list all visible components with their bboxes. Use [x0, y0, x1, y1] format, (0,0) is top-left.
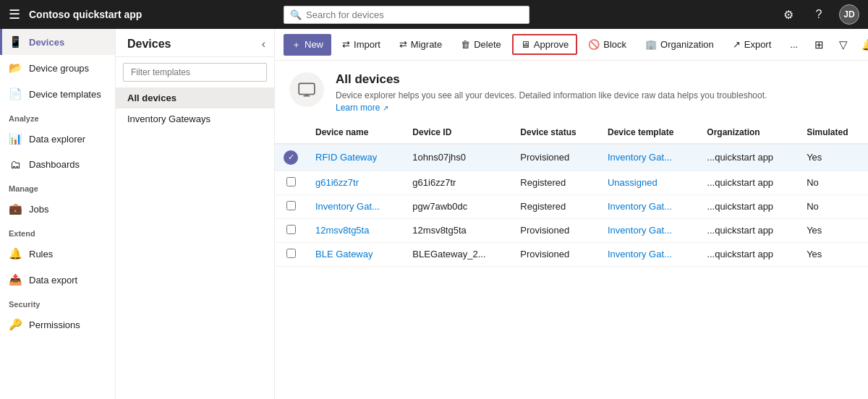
row-device-template[interactable]: Inventory Gat... [599, 218, 698, 242]
device-template-link[interactable]: Inventory Gat... [608, 152, 672, 163]
table-body: ✓RFID Gateway1ohns07jhs0ProvisionedInven… [275, 144, 868, 267]
sidebar-item-device-templates[interactable]: 📄 Device templates [0, 81, 115, 107]
row-check-cell[interactable] [275, 194, 307, 218]
nav-inventory-gateways[interactable]: Inventory Gateways [116, 108, 274, 129]
import-button[interactable]: ⇄ Import [334, 35, 388, 54]
row-device-id: g61i6zz7tr [404, 171, 511, 194]
filter-icon[interactable]: ▽ [833, 35, 854, 55]
row-device-name[interactable]: 12msv8tg5ta [307, 218, 404, 242]
table-row[interactable]: Inventory Gat...pgw7awb0dcRegisteredInve… [275, 194, 868, 218]
device-templates-icon: 📄 [9, 87, 22, 100]
main-layout: 📱 Devices 📂 Device groups 📄 Device templ… [0, 29, 868, 399]
import-icon: ⇄ [342, 39, 350, 50]
col-device-status: Device status [511, 121, 599, 144]
sidebar: 📱 Devices 📂 Device groups 📄 Device templ… [0, 29, 116, 399]
row-device-template[interactable]: Inventory Gat... [599, 144, 698, 171]
row-checkbox[interactable] [286, 177, 296, 186]
row-check-cell[interactable] [275, 171, 307, 194]
search-input[interactable] [306, 9, 523, 20]
sidebar-item-data-export[interactable]: 📤 Data export [0, 267, 115, 293]
new-icon: ＋ [292, 38, 301, 51]
devices-icon: 📱 [9, 35, 22, 48]
table-row[interactable]: 12msv8tg5ta12msv8tg5taProvisionedInvento… [275, 218, 868, 242]
all-devices-header: All devices Device explorer helps you se… [275, 61, 868, 121]
section-extend: Extend [0, 222, 115, 241]
sidebar-item-dashboards[interactable]: 🗂 Dashboards [0, 152, 115, 177]
table-row[interactable]: g61i6zz7trg61i6zz7trRegisteredUnassigned… [275, 171, 868, 194]
sidebar-item-permissions[interactable]: 🔑 Permissions [0, 312, 115, 338]
row-device-template[interactable]: Inventory Gat... [599, 242, 698, 266]
row-device-name[interactable]: RFID Gateway [307, 144, 404, 171]
row-checkbox[interactable] [286, 225, 296, 234]
approve-button[interactable]: 🖥 Approve [512, 34, 577, 55]
import-label: Import [354, 39, 380, 50]
col-device-id: Device ID [404, 121, 511, 144]
col-simulated: Simulated [798, 121, 868, 144]
sidebar-item-rules[interactable]: 🔔 Rules [0, 241, 115, 267]
row-check-cell[interactable] [275, 242, 307, 266]
row-check-cell[interactable] [275, 218, 307, 242]
sidebar-item-device-groups[interactable]: 📂 Device groups [0, 55, 115, 81]
block-button[interactable]: 🚫 Block [580, 35, 634, 54]
sidebar-item-data-explorer[interactable]: 📊 Data explorer [0, 126, 115, 152]
row-organization: ...quickstart app [698, 218, 798, 242]
rules-icon: 🔔 [9, 247, 22, 260]
row-checkbox[interactable] [286, 201, 296, 210]
row-check-cell[interactable]: ✓ [275, 144, 307, 171]
toolbar: ＋ New ⇄ Import ⇄ Migrate 🗑 Delete 🖥 Appr… [275, 29, 868, 61]
collapse-button[interactable]: ‹ [262, 38, 265, 51]
devices-hero-icon [289, 72, 324, 107]
help-icon[interactable]: ? [809, 4, 829, 25]
organization-button[interactable]: 🏢 Organization [637, 35, 722, 54]
migrate-button[interactable]: ⇄ Migrate [391, 35, 450, 54]
avatar[interactable]: JD [839, 4, 859, 25]
export-label: Export [744, 39, 772, 50]
nav-all-devices[interactable]: All devices [116, 87, 274, 108]
sidebar-item-jobs[interactable]: 💼 Jobs [0, 196, 115, 222]
notification-icon[interactable]: 🔔 [858, 35, 868, 55]
delete-button[interactable]: 🗑 Delete [453, 35, 509, 54]
table-row[interactable]: ✓RFID Gateway1ohns07jhs0ProvisionedInven… [275, 144, 868, 171]
row-device-template[interactable]: Inventory Gat... [599, 194, 698, 218]
device-template-link[interactable]: Unassigned [608, 177, 658, 188]
middle-title: Devices [127, 38, 171, 51]
row-device-template[interactable]: Unassigned [599, 171, 698, 194]
settings-icon[interactable]: ⚙ [778, 4, 799, 25]
middle-panel: Devices ‹ All devices Inventory Gateways [116, 29, 275, 399]
hamburger-icon[interactable]: ☰ [9, 7, 20, 22]
device-groups-icon: 📂 [9, 61, 22, 74]
device-template-link[interactable]: Inventory Gat... [608, 201, 672, 212]
export-button[interactable]: ↗ Export [725, 35, 780, 54]
device-template-link[interactable]: Inventory Gat... [608, 225, 672, 236]
layout-icon[interactable]: ⊞ [809, 35, 829, 55]
new-button[interactable]: ＋ New [284, 34, 331, 56]
row-device-name[interactable]: g61i6zz7tr [307, 171, 404, 194]
more-button[interactable]: ... [782, 35, 806, 54]
device-name-link[interactable]: BLE Gateway [315, 249, 373, 259]
row-device-status: Provisioned [511, 242, 599, 266]
section-analyze: Analyze [0, 107, 115, 126]
table-header: Device name Device ID Device status Devi… [275, 121, 868, 144]
row-simulated: Yes [798, 218, 868, 242]
check-circle: ✓ [284, 150, 298, 165]
device-name-link[interactable]: Inventory Gat... [315, 201, 380, 212]
device-name-link[interactable]: 12msv8tg5ta [315, 225, 369, 236]
table-row[interactable]: BLE GatewayBLEGateway_2...ProvisionedInv… [275, 242, 868, 266]
device-name-link[interactable]: RFID Gateway [315, 152, 377, 163]
sidebar-item-devices[interactable]: 📱 Devices [0, 29, 115, 55]
sidebar-label-devices: Devices [29, 37, 64, 48]
device-template-link[interactable]: Inventory Gat... [608, 249, 672, 259]
filter-templates-input[interactable] [123, 63, 267, 82]
all-devices-info: All devices Device explorer helps you se… [336, 72, 767, 113]
more-label: ... [790, 39, 798, 50]
device-name-link[interactable]: g61i6zz7tr [315, 177, 359, 188]
migrate-label: Migrate [411, 39, 442, 50]
sidebar-label-jobs: Jobs [29, 204, 48, 215]
row-device-name[interactable]: Inventory Gat... [307, 194, 404, 218]
content-area: ＋ New ⇄ Import ⇄ Migrate 🗑 Delete 🖥 Appr… [275, 29, 868, 399]
all-devices-description: Device explorer helps you see all your d… [336, 90, 767, 102]
row-device-name[interactable]: BLE Gateway [307, 242, 404, 266]
row-checkbox[interactable] [286, 249, 296, 258]
learn-more-link[interactable]: Learn more [336, 103, 380, 113]
row-organization: ...quickstart app [698, 194, 798, 218]
